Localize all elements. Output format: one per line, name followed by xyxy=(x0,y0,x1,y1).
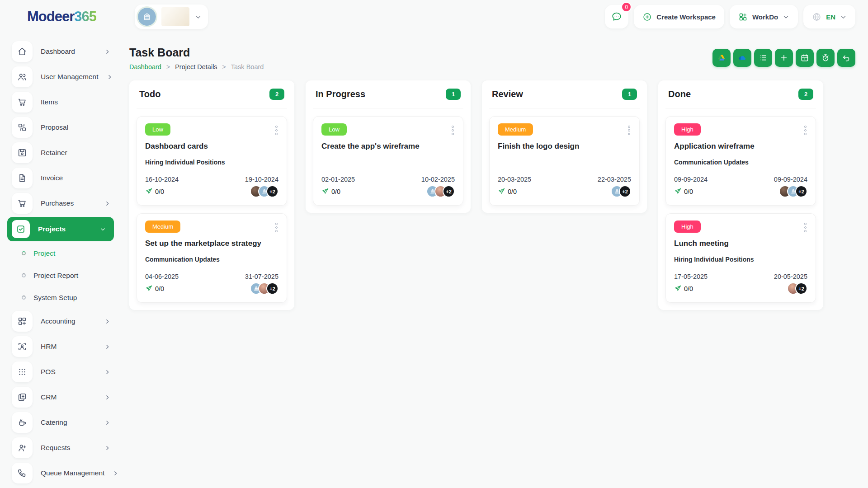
task-progress: 0/0 xyxy=(155,188,164,195)
task-card-footer: 0/0+2 xyxy=(145,185,278,197)
avatar-stack: +2 xyxy=(426,185,455,197)
sidebar-item-accounting[interactable]: Accounting xyxy=(7,309,123,334)
requests-icon xyxy=(12,437,33,458)
kanban-column-in-progress: In Progress1LowCreate the app's wirefram… xyxy=(306,80,471,213)
add-task-button[interactable] xyxy=(775,49,793,67)
sidebar-item-items[interactable]: Items xyxy=(7,89,123,115)
task-project: Communication Updates xyxy=(145,256,278,263)
sidebar-item-invoice[interactable]: Invoice xyxy=(7,165,123,191)
priority-badge: High xyxy=(674,123,701,136)
undo-button[interactable] xyxy=(837,49,855,67)
task-card-footer: 0/0+2 xyxy=(321,185,455,197)
task-title: Lunch meeting xyxy=(674,239,807,248)
board-toolbar xyxy=(712,49,855,67)
sidebar-subitem-label: System Setup xyxy=(33,294,77,302)
chevron-right-icon xyxy=(104,394,110,400)
sidebar-subitem-system-setup[interactable]: System Setup xyxy=(7,286,123,309)
column-title: Review xyxy=(492,89,523,99)
task-progress: 0/0 xyxy=(155,285,164,292)
google-drive-button[interactable] xyxy=(712,49,731,67)
sidebar-item-label: Accounting xyxy=(41,317,96,325)
task-end-date: 20-05-2025 xyxy=(774,273,807,280)
sidebar-item-label: Retainer xyxy=(41,149,123,157)
top-header: Modeer365 0 Create Workspace WorkDo EN xyxy=(0,0,868,33)
language-selector[interactable]: EN xyxy=(803,5,855,28)
task-start-date: 04-06-2025 xyxy=(145,273,179,280)
sidebar-item-label: User Management xyxy=(41,73,99,81)
create-workspace-label: Create Workspace xyxy=(656,13,716,21)
sidebar-item-label: Proposal xyxy=(41,123,123,131)
column-header: Todo2 xyxy=(137,80,287,108)
task-progress-group: 0/0 xyxy=(145,285,164,292)
calendar-button[interactable] xyxy=(796,49,814,67)
brand-logo[interactable]: Modeer365 xyxy=(27,9,129,25)
onedrive-button[interactable] xyxy=(733,49,751,67)
task-card[interactable]: HighApplication wireframeCommunication U… xyxy=(665,116,816,206)
home-icon xyxy=(12,41,33,62)
sidebar-item-user-management[interactable]: User Management xyxy=(7,64,123,89)
sidebar-item-proposal[interactable]: Proposal xyxy=(7,115,123,140)
kebab-menu-icon[interactable] xyxy=(274,221,278,235)
sidebar-item-pos[interactable]: POS xyxy=(7,359,123,385)
breadcrumb-project-details[interactable]: Project Details xyxy=(175,63,217,70)
task-start-date: 17-05-2025 xyxy=(674,273,708,280)
task-card[interactable]: MediumFinish the logo design20-03-202522… xyxy=(489,116,640,206)
task-project: Communication Updates xyxy=(674,159,807,166)
task-card[interactable]: LowDashboard cardsHiring Individual Posi… xyxy=(137,116,287,206)
task-card[interactable]: HighLunch meetingHiring Individual Posit… xyxy=(665,213,816,303)
task-title: Create the app's wireframe xyxy=(321,142,455,151)
task-card[interactable]: MediumSet up the marketplace strategyCom… xyxy=(137,213,287,303)
messages-button[interactable]: 0 xyxy=(605,5,628,28)
task-title: Finish the logo design xyxy=(498,142,631,151)
kebab-menu-icon[interactable] xyxy=(803,221,807,235)
sidebar-item-catering[interactable]: Catering xyxy=(7,410,123,435)
sidebar-item-hrm[interactable]: HRM xyxy=(7,334,123,359)
breadcrumb-dashboard[interactable]: Dashboard xyxy=(129,63,161,70)
workspace-switcher[interactable] xyxy=(135,5,208,29)
onedrive-icon xyxy=(738,53,747,62)
sidebar-item-projects[interactable]: Projects xyxy=(7,217,114,241)
sidebar-item-dashboard[interactable]: Dashboard xyxy=(7,39,123,64)
task-dates: 20-03-202522-03-2025 xyxy=(498,176,631,183)
sidebar-item-label: HRM xyxy=(41,343,96,351)
avatar-stack: +2 xyxy=(611,185,631,197)
grid-plus-icon xyxy=(738,12,748,22)
task-project xyxy=(321,159,455,166)
sidebar-item-retainer[interactable]: Retainer xyxy=(7,140,123,165)
invoice-icon xyxy=(12,168,33,188)
task-progress-group: 0/0 xyxy=(321,188,340,195)
task-start-date: 02-01-2025 xyxy=(321,176,355,183)
send-icon xyxy=(498,188,505,195)
sidebar-item-queue-management[interactable]: Queue Management xyxy=(7,460,123,486)
task-card[interactable]: LowCreate the app's wireframe02-01-20251… xyxy=(313,116,463,206)
task-list-button[interactable] xyxy=(754,49,772,67)
cart-icon xyxy=(12,193,33,214)
kebab-menu-icon[interactable] xyxy=(627,123,631,137)
task-project: Hiring Individual Positions xyxy=(674,256,807,263)
brand-name: Modeer xyxy=(27,9,74,24)
send-icon xyxy=(145,285,153,292)
task-card-footer: 0/0+2 xyxy=(498,185,631,197)
sidebar-item-label: Invoice xyxy=(41,174,123,182)
workdo-menu-button[interactable]: WorkDo xyxy=(730,5,798,28)
sidebar-subitem-project[interactable]: Project xyxy=(7,242,123,264)
task-card-top: Medium xyxy=(145,221,278,235)
send-icon xyxy=(321,188,329,195)
kebab-menu-icon[interactable] xyxy=(451,123,455,137)
sidebar-item-crm[interactable]: CRM xyxy=(7,385,123,410)
add-task-icon xyxy=(779,53,788,62)
priority-badge: Medium xyxy=(498,123,533,136)
task-card-top: Low xyxy=(145,123,278,137)
timer-button[interactable] xyxy=(816,49,835,67)
sidebar-subitem-project-report[interactable]: Project Report xyxy=(7,264,123,286)
task-card-top: Low xyxy=(321,123,455,137)
sidebar-item-requests[interactable]: Requests xyxy=(7,435,123,460)
create-workspace-button[interactable]: Create Workspace xyxy=(634,5,724,28)
kebab-menu-icon[interactable] xyxy=(274,123,278,137)
avatar-extra-count: +2 xyxy=(619,185,631,197)
kebab-menu-icon[interactable] xyxy=(803,123,807,137)
chevron-right-icon: > xyxy=(222,63,226,70)
avatar-extra-count: +2 xyxy=(795,282,807,295)
task-progress: 0/0 xyxy=(684,285,693,292)
sidebar-item-purchases[interactable]: Purchases xyxy=(7,191,123,216)
